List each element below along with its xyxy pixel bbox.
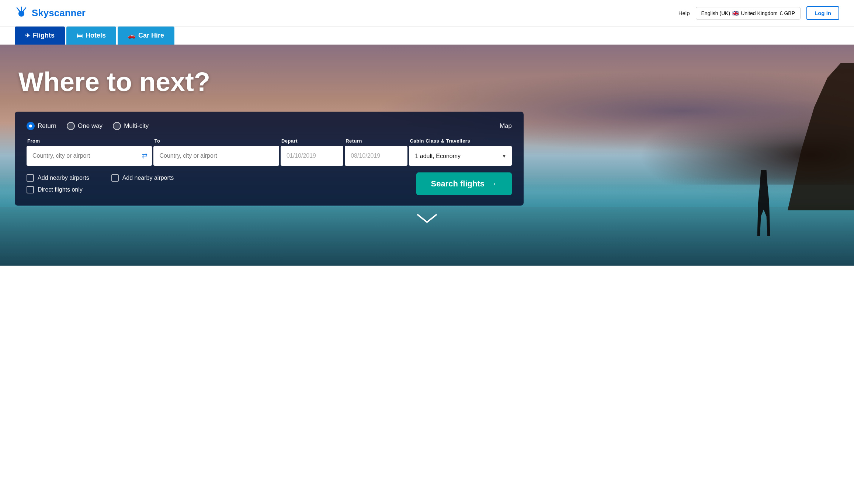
search-box: Return One way Multi-city Map From <box>15 112 524 206</box>
return-input[interactable] <box>345 146 407 166</box>
tab-flights-label: Flights <box>33 32 55 39</box>
cabin-select[interactable]: 1 adult, Economy <box>409 146 512 166</box>
tab-hotels[interactable]: 🛏 Hotels <box>66 27 116 45</box>
options-and-search: Add nearby airports Direct flights only … <box>27 172 512 195</box>
radio-one-way-label: One way <box>78 122 103 130</box>
return-label: Return <box>345 138 407 144</box>
from-nearby-airports-label: Add nearby airports <box>38 175 89 181</box>
to-label: To <box>153 138 279 144</box>
checkboxes-section: Add nearby airports Direct flights only … <box>27 174 174 193</box>
hotels-icon: 🛏 <box>77 32 83 39</box>
to-field-group: To <box>153 138 279 166</box>
direct-flights-label: Direct flights only <box>38 186 83 193</box>
header: Skyscanner Help English (UK) 🇬🇧 United K… <box>0 0 854 27</box>
car-hire-icon: 🚗 <box>128 32 135 39</box>
tab-flights[interactable]: ✈ Flights <box>15 27 65 45</box>
hero-title: Where to next? <box>0 45 854 112</box>
country-label: United Kingdom <box>741 10 778 16</box>
return-field-group: Return <box>345 138 407 166</box>
tab-car-hire[interactable]: 🚗 Car Hire <box>118 27 174 45</box>
locale-label: English (UK) <box>701 10 730 16</box>
flights-icon: ✈ <box>25 32 30 39</box>
depart-input[interactable] <box>281 146 343 166</box>
bottom-caret <box>0 213 854 224</box>
from-input-wrapper: ⇄ <box>27 146 152 166</box>
radio-multi-city[interactable]: Multi-city <box>113 122 149 130</box>
radio-return-circle <box>27 122 35 130</box>
cabin-label: Cabin Class & Travellers <box>409 138 512 144</box>
from-nearby-checkbox-box <box>27 174 34 182</box>
from-nearby-airports-checkbox[interactable]: Add nearby airports <box>27 174 89 182</box>
hero-section: Where to next? Return One way Multi-city… <box>0 45 854 266</box>
search-arrow-icon: → <box>489 179 497 189</box>
depart-field-group: Depart <box>281 138 343 166</box>
logo: Skyscanner <box>15 6 86 20</box>
to-nearby-airports-label: Add nearby airports <box>122 175 174 181</box>
to-nearby-airports-checkbox[interactable]: Add nearby airports <box>111 174 174 182</box>
radio-multi-city-label: Multi-city <box>124 122 149 130</box>
cabin-field-group: Cabin Class & Travellers 1 adult, Econom… <box>409 138 512 166</box>
to-nearby-checkbox-box <box>111 174 119 182</box>
locale-button[interactable]: English (UK) 🇬🇧 United Kingdom £ GBP <box>696 7 801 20</box>
from-field-group: From ⇄ <box>27 138 152 166</box>
nav-tabs: ✈ Flights 🛏 Hotels 🚗 Car Hire <box>0 27 854 45</box>
trip-type-options: Return One way Multi-city <box>27 122 500 130</box>
to-input[interactable] <box>153 146 279 166</box>
from-input[interactable] <box>27 146 152 166</box>
swap-icon[interactable]: ⇄ <box>142 152 147 160</box>
radio-one-way-circle <box>67 122 75 130</box>
logo-text: Skyscanner <box>32 7 86 19</box>
to-input-wrapper <box>153 146 279 166</box>
cabin-select-wrapper: 1 adult, Economy ▼ <box>409 146 512 166</box>
radio-return-label: Return <box>38 122 56 130</box>
currency-label: £ GBP <box>780 10 795 16</box>
depart-label: Depart <box>281 138 343 144</box>
search-flights-button[interactable]: Search flights → <box>416 172 512 195</box>
map-link[interactable]: Map <box>500 122 512 130</box>
radio-multi-city-circle <box>113 122 121 130</box>
trip-type-row: Return One way Multi-city Map <box>27 122 512 130</box>
tab-hotels-label: Hotels <box>86 32 106 39</box>
logo-icon <box>15 6 28 20</box>
flag-icon: 🇬🇧 <box>732 10 739 16</box>
tab-car-hire-label: Car Hire <box>138 32 164 39</box>
fields-row: From ⇄ To Depart Return <box>27 138 512 166</box>
radio-one-way[interactable]: One way <box>67 122 103 130</box>
login-button[interactable]: Log in <box>806 6 839 20</box>
direct-flights-checkbox-box <box>27 186 34 193</box>
direct-flights-checkbox[interactable]: Direct flights only <box>27 186 89 193</box>
search-flights-label: Search flights <box>431 179 485 189</box>
from-label: From <box>27 138 152 144</box>
header-right: Help English (UK) 🇬🇧 United Kingdom £ GB… <box>678 6 839 20</box>
radio-return[interactable]: Return <box>27 122 56 130</box>
help-link[interactable]: Help <box>678 10 690 16</box>
